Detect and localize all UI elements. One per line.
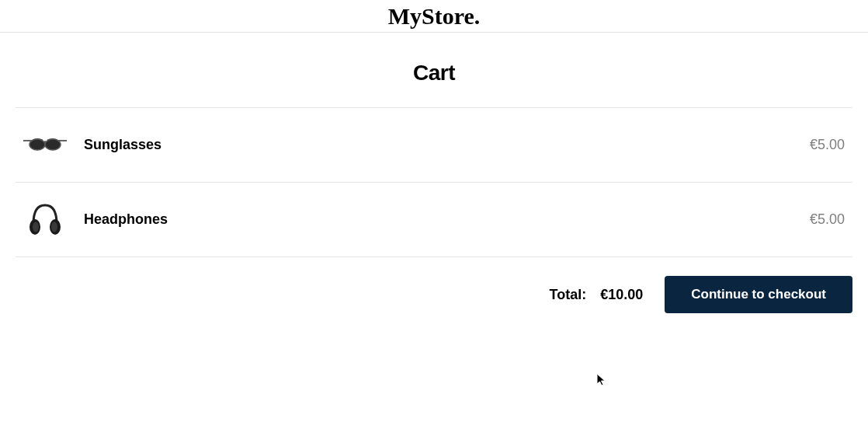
cart-footer: Total: €10.00 Continue to checkout xyxy=(16,276,852,313)
sunglasses-icon xyxy=(20,120,70,170)
svg-point-2 xyxy=(30,139,45,150)
cursor-icon xyxy=(596,373,607,390)
store-logo[interactable]: MyStore. xyxy=(388,5,481,28)
total-value: €10.00 xyxy=(600,287,643,303)
cart-container: Cart Sunglasses €5.00 xyxy=(0,61,868,313)
headphones-icon xyxy=(20,195,70,245)
product-name: Sunglasses xyxy=(84,137,810,153)
total-label: Total: xyxy=(550,287,587,303)
product-price: €5.00 xyxy=(810,137,848,153)
svg-point-7 xyxy=(51,222,57,232)
svg-point-3 xyxy=(45,139,61,150)
cart-total: Total: €10.00 xyxy=(550,287,644,303)
cart-item-row: Headphones €5.00 xyxy=(16,183,852,257)
continue-to-checkout-button[interactable]: Continue to checkout xyxy=(665,276,852,313)
cart-items-list: Sunglasses €5.00 Headphones €5.00 xyxy=(16,107,852,257)
product-name: Headphones xyxy=(84,211,810,228)
header: MyStore. xyxy=(0,0,868,33)
page-title: Cart xyxy=(16,61,852,85)
product-price: €5.00 xyxy=(810,211,848,228)
svg-point-6 xyxy=(33,222,39,232)
cart-item-row: Sunglasses €5.00 xyxy=(16,108,852,183)
